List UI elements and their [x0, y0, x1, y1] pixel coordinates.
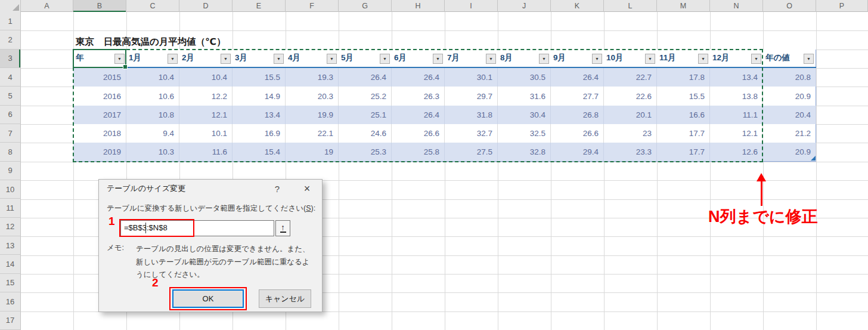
table-header-cell[interactable]: 1月▼: [126, 50, 179, 67]
column-header-I[interactable]: I: [445, 0, 498, 12]
row-header-4[interactable]: 4: [0, 68, 21, 87]
column-header-D[interactable]: D: [179, 0, 232, 12]
row-header-9[interactable]: 9: [0, 162, 21, 180]
ok-button[interactable]: OK: [172, 289, 244, 308]
table-data-cell[interactable]: 15.5: [657, 87, 710, 105]
table-data-cell[interactable]: 25.3: [339, 143, 392, 161]
table-data-cell[interactable]: 20.9: [763, 143, 816, 161]
active-cell-B3[interactable]: [73, 49, 126, 68]
table-resize-handle-icon[interactable]: [811, 156, 816, 161]
row-header-12[interactable]: 12: [0, 218, 21, 236]
filter-dropdown-button[interactable]: ▼: [274, 54, 284, 64]
table-data-cell[interactable]: 10.3: [126, 143, 179, 161]
range-input[interactable]: =$B$3:$N$8: [120, 220, 274, 236]
table-data-cell[interactable]: 10.1: [179, 124, 232, 143]
table-data-cell[interactable]: 26.6: [392, 124, 445, 143]
filter-dropdown-button[interactable]: ▼: [327, 54, 337, 64]
table-data-cell[interactable]: 16.9: [232, 124, 286, 143]
row-header-13[interactable]: 13: [0, 236, 21, 255]
table-header-cell[interactable]: 11月▼: [657, 50, 710, 67]
filter-dropdown-button[interactable]: ▼: [433, 54, 443, 64]
column-header-C[interactable]: C: [126, 0, 179, 12]
table-data-cell[interactable]: 12.6: [710, 143, 763, 161]
range-picker-button[interactable]: ↑: [275, 220, 290, 236]
table-data-cell[interactable]: 13.4: [232, 106, 286, 124]
column-header-M[interactable]: M: [657, 0, 710, 12]
table-data-cell[interactable]: 29.7: [445, 87, 498, 105]
table-data-cell[interactable]: 19: [286, 143, 339, 161]
table-data-cell[interactable]: 17.7: [657, 124, 710, 143]
table-data-cell[interactable]: 30.4: [498, 106, 551, 124]
table-data-cell[interactable]: 26.4: [339, 68, 392, 87]
table-header-cell[interactable]: 12月▼: [710, 50, 763, 67]
table-header-cell[interactable]: 年の値▼: [763, 50, 816, 67]
table-data-cell[interactable]: 25.2: [339, 87, 392, 105]
table-data-cell[interactable]: 27.7: [551, 87, 604, 105]
row-header-11[interactable]: 11: [0, 199, 21, 217]
row-header-8[interactable]: 8: [0, 143, 21, 161]
table-data-cell[interactable]: 17.7: [657, 143, 710, 161]
row-header-10[interactable]: 10: [0, 180, 21, 199]
fill-handle[interactable]: [123, 64, 128, 69]
table-data-cell[interactable]: 10.6: [126, 87, 179, 105]
column-header-F[interactable]: F: [286, 0, 339, 12]
table-header-cell[interactable]: 6月▼: [392, 50, 445, 67]
table-data-cell[interactable]: 10.4: [126, 68, 179, 87]
table-data-cell[interactable]: 26.4: [392, 68, 445, 87]
table-data-cell[interactable]: 19.9: [286, 106, 339, 124]
table-data-cell[interactable]: 20.9: [763, 87, 816, 105]
table-data-cell[interactable]: 13.8: [710, 87, 763, 105]
column-header-J[interactable]: J: [498, 0, 551, 12]
column-header-A[interactable]: A: [21, 0, 73, 12]
table-header-cell[interactable]: 8月▼: [498, 50, 551, 67]
table-data-cell[interactable]: 20.4: [763, 106, 816, 124]
table-data-cell[interactable]: 12.1: [710, 124, 763, 143]
table-data-cell[interactable]: 32.8: [498, 143, 551, 161]
table-data-cell[interactable]: 25.1: [339, 106, 392, 124]
table-header-cell[interactable]: 7月▼: [445, 50, 498, 67]
row-header-2[interactable]: 2: [0, 30, 21, 49]
cancel-button[interactable]: キャンセル: [259, 289, 311, 308]
table-data-cell[interactable]: 23.3: [604, 143, 657, 161]
table-data-cell[interactable]: 19.3: [286, 68, 339, 87]
table-data-cell[interactable]: 30.5: [498, 68, 551, 87]
table-data-cell[interactable]: 26.4: [551, 68, 604, 87]
filter-dropdown-button[interactable]: ▼: [380, 54, 390, 64]
table-data-cell[interactable]: 2018: [73, 124, 126, 143]
table-data-cell[interactable]: 10.4: [179, 68, 232, 87]
table-data-cell[interactable]: 30.1: [445, 68, 498, 87]
row-header-3[interactable]: 3: [0, 50, 21, 68]
filter-dropdown-button[interactable]: ▼: [698, 54, 708, 64]
table-data-cell[interactable]: 26.3: [392, 87, 445, 105]
table-data-cell[interactable]: 20.8: [763, 68, 816, 87]
table-data-cell[interactable]: 15.4: [232, 143, 286, 161]
table-data-cell[interactable]: 24.6: [339, 124, 392, 143]
select-all-corner[interactable]: [0, 0, 21, 12]
filter-dropdown-button[interactable]: ▼: [804, 54, 814, 64]
table-data-cell[interactable]: 20.3: [286, 87, 339, 105]
row-header-1[interactable]: 1: [0, 12, 21, 30]
column-header-L[interactable]: L: [604, 0, 657, 12]
row-header-5[interactable]: 5: [0, 87, 21, 105]
table-data-cell[interactable]: 11.6: [179, 143, 232, 161]
table-header-cell[interactable]: 2月▼: [179, 50, 232, 67]
table-header-cell[interactable]: 5月▼: [339, 50, 392, 67]
table-data-cell[interactable]: 17.8: [657, 68, 710, 87]
filter-dropdown-button[interactable]: ▼: [751, 54, 761, 64]
filter-dropdown-button[interactable]: ▼: [221, 54, 231, 64]
table-header-cell[interactable]: 10月▼: [604, 50, 657, 67]
table-data-cell[interactable]: 23: [604, 124, 657, 143]
table-data-cell[interactable]: 29.4: [551, 143, 604, 161]
close-icon[interactable]: ×: [292, 180, 322, 198]
table-data-cell[interactable]: 21.2: [763, 124, 816, 143]
column-header-N[interactable]: N: [710, 0, 763, 12]
table-header-cell[interactable]: 9月▼: [551, 50, 604, 67]
table-data-cell[interactable]: 10.8: [126, 106, 179, 124]
table-data-cell[interactable]: 16.6: [657, 106, 710, 124]
table-data-cell[interactable]: 11.1: [710, 106, 763, 124]
table-data-cell[interactable]: 13.4: [710, 68, 763, 87]
table-data-cell[interactable]: 22.6: [604, 87, 657, 105]
row-header-15[interactable]: 15: [0, 274, 21, 292]
column-header-B[interactable]: B: [73, 0, 126, 12]
table-data-cell[interactable]: 22.7: [604, 68, 657, 87]
